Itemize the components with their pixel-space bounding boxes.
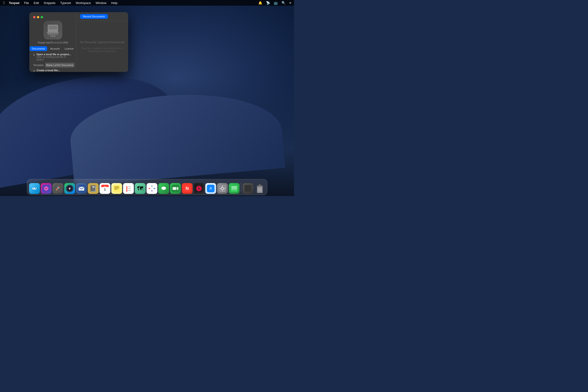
dock-item-finder[interactable]: [29, 183, 40, 194]
svg-point-55: [198, 188, 199, 189]
template-row: Template Blank LaTeX Document: [33, 63, 72, 68]
music-icon: [195, 185, 202, 192]
dock-item-safari[interactable]: [64, 183, 75, 194]
dock-item-calendar[interactable]: 1 JAN: [100, 183, 110, 194]
dock-item-reminders[interactable]: [123, 183, 134, 194]
svg-text:A: A: [210, 186, 212, 190]
svg-line-43: [149, 188, 150, 189]
menubar-workspace[interactable]: Workspace: [74, 1, 93, 5]
facetime-icon: [172, 185, 179, 192]
dock-item-photos[interactable]: [146, 183, 157, 194]
menubar-help[interactable]: Help: [109, 1, 120, 5]
dock-item-sysprefs[interactable]: [217, 183, 228, 194]
no-recent-subtitle: Start by creating a new document or open…: [81, 47, 124, 52]
menubar-snippets[interactable]: Snippets: [42, 1, 58, 5]
dock: 🚀 📓 1 JAN: [27, 179, 267, 195]
svg-rect-69: [245, 185, 251, 192]
close-button[interactable]: [33, 16, 36, 18]
create-file-text: Create a local file... Create a single f…: [36, 69, 72, 72]
appstore-icon: A: [207, 185, 214, 192]
apple-menu[interactable]: : [2, 0, 6, 6]
no-recent-title: No Recently Opened Documents: [80, 40, 124, 44]
app-version: Texpad macOS v1.8.14 (493): [37, 41, 68, 44]
sysprefs-icon: [218, 185, 226, 192]
recent-docs-header: Recent Documents: [76, 12, 128, 21]
open-plus-icon: +: [33, 53, 35, 57]
key: [55, 32, 57, 33]
dock-item-photo-thumb[interactable]: [242, 183, 253, 194]
key: [56, 34, 58, 35]
minimize-button[interactable]: [37, 16, 39, 18]
menubar:  Texpad File Edit Snippets Typeset Work…: [0, 0, 294, 6]
dialog-tabs: Documents Account Licence: [33, 46, 72, 51]
control-center-icon[interactable]: ≡: [288, 0, 292, 5]
svg-rect-72: [258, 184, 261, 186]
svg-point-45: [161, 186, 166, 190]
menubar-file[interactable]: File: [22, 1, 31, 5]
dock-item-music[interactable]: [194, 183, 204, 194]
tab-account[interactable]: Account: [48, 46, 62, 51]
tab-licence[interactable]: Licence: [62, 46, 76, 51]
svg-rect-71: [257, 186, 263, 186]
template-label: Template: [33, 64, 44, 66]
dialog-actions: + Open a local file or project... Open a…: [33, 53, 72, 72]
dock-item-trash[interactable]: [254, 183, 265, 194]
svg-text:JAN: JAN: [103, 186, 106, 187]
open-file-title: Open a local file or project...: [36, 53, 72, 56]
menubar-texpad[interactable]: Texpad: [7, 1, 22, 5]
fullscreen-button[interactable]: [41, 16, 43, 18]
key: [47, 32, 48, 33]
dock-item-notefile[interactable]: 📓: [88, 183, 98, 194]
dock-item-facetime[interactable]: [170, 183, 181, 194]
notes-icon: [113, 185, 120, 192]
photo-thumb-icon: [244, 185, 252, 192]
finder-icon: [30, 185, 38, 192]
dock-item-appstore[interactable]: A: [205, 183, 216, 194]
svg-point-4: [35, 188, 36, 188]
key-row-1: [47, 32, 59, 33]
svg-point-3: [33, 188, 34, 188]
dock-item-launchpad[interactable]: 🚀: [52, 183, 63, 194]
search-icon[interactable]: 🔍: [280, 0, 286, 5]
notification-icon[interactable]: 🔔: [257, 0, 263, 5]
menubar-edit[interactable]: Edit: [32, 1, 41, 5]
svg-rect-25: [114, 186, 119, 187]
key-row-3: [50, 36, 56, 37]
svg-text:1: 1: [104, 188, 106, 191]
dock-item-messages[interactable]: [158, 183, 169, 194]
menubar-window[interactable]: Window: [94, 1, 108, 5]
airdrop-icon[interactable]: 📡: [265, 0, 271, 5]
svg-line-41: [154, 188, 155, 189]
dialog-right-panel: Recent Documents No Recently Opened Docu…: [76, 12, 128, 72]
dock-item-notes[interactable]: [111, 183, 122, 194]
dock-item-news[interactable]: N: [182, 183, 192, 194]
dock-item-maps[interactable]: 🗺: [135, 183, 146, 194]
open-file-action[interactable]: + Open a local file or project... Open a…: [33, 53, 72, 61]
key-row-2: [48, 34, 58, 35]
maps-icon: 🗺: [137, 185, 143, 192]
airplay-icon[interactable]: 📺: [273, 0, 279, 5]
dock-item-tableflip[interactable]: [229, 183, 240, 194]
svg-rect-66: [231, 188, 237, 189]
tab-documents[interactable]: Documents: [30, 46, 48, 51]
svg-rect-6: [42, 185, 50, 192]
recent-documents-button[interactable]: Recent Documents: [80, 14, 108, 19]
menubar-left:  Texpad File Edit Snippets Typeset Work…: [2, 0, 120, 6]
svg-rect-67: [231, 190, 237, 190]
dock-item-siri[interactable]: [41, 183, 52, 194]
menubar-typeset[interactable]: Typeset: [58, 1, 73, 5]
dialog-left-panel: Texpad macOS v1.8.14 (493) Documents Acc…: [30, 12, 76, 72]
template-select[interactable]: Blank LaTeX Document: [45, 63, 74, 68]
key: [49, 32, 50, 33]
svg-rect-48: [172, 187, 176, 190]
texpad-icon-graphic: [46, 24, 60, 37]
svg-point-29: [126, 186, 128, 188]
dock-item-mail[interactable]: [76, 183, 87, 194]
key: [50, 34, 52, 35]
reminders-icon: [124, 185, 132, 192]
svg-rect-32: [128, 188, 131, 189]
svg-rect-18: [78, 187, 84, 190]
create-file-action[interactable]: + Create a local file... Create a single…: [33, 69, 72, 72]
key: [54, 34, 56, 35]
template-select-wrapper: Blank LaTeX Document: [45, 63, 74, 68]
